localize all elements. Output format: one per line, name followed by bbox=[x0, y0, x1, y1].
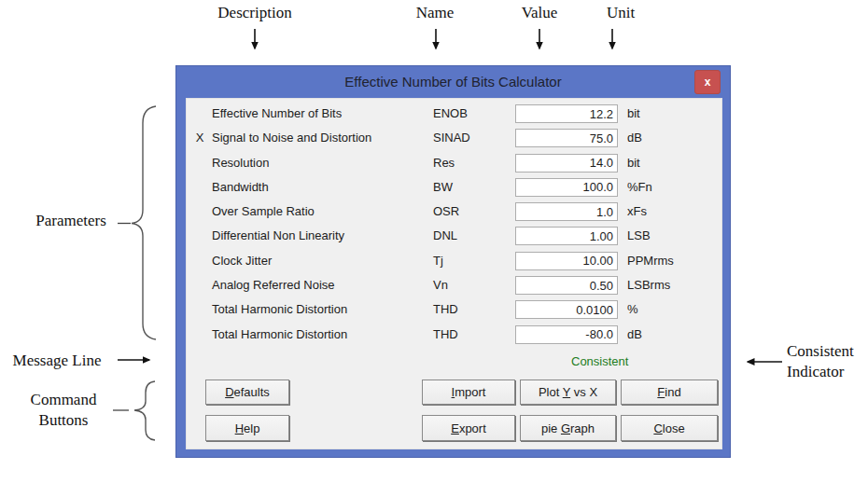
find-button[interactable]: Find bbox=[621, 380, 718, 405]
command-buttons-annotation-line1: Command bbox=[19, 390, 108, 410]
parameter-row: Effective Number of Bits ENOB bit bbox=[187, 102, 721, 126]
row-marker: X bbox=[191, 126, 208, 150]
parameter-description: Bandwidth bbox=[212, 175, 269, 200]
parameter-value-input[interactable] bbox=[515, 227, 618, 245]
command-buttons-brace bbox=[134, 381, 155, 440]
parameter-row: Differential Non Linearity DNL LSB bbox=[187, 224, 721, 248]
parameter-unit: %Fn bbox=[627, 175, 652, 200]
parameter-description: Over Sample Ratio bbox=[212, 200, 315, 224]
parameter-unit: xFs bbox=[627, 200, 647, 224]
parameter-description: Signal to Noise and Distortion bbox=[212, 126, 371, 150]
import-button[interactable]: Import bbox=[422, 380, 515, 405]
parameter-name: Res bbox=[433, 151, 455, 175]
parameter-row: Total Harmonic Distortion THD dB bbox=[187, 323, 721, 347]
parameter-value-input[interactable] bbox=[515, 202, 618, 221]
parameter-unit: LSBrms bbox=[627, 273, 670, 297]
parameter-name: OSR bbox=[433, 200, 459, 224]
command-buttons-annotation-line2: Buttons bbox=[19, 410, 108, 431]
parameter-description: Analog Referred Noise bbox=[212, 273, 335, 297]
parameter-value-input[interactable] bbox=[515, 252, 618, 270]
column-label-unit: Unit bbox=[607, 4, 635, 22]
parameter-unit: % bbox=[627, 297, 638, 322]
parameter-description: Total Harmonic Distortion bbox=[212, 323, 347, 347]
parameter-row: Clock Jitter Tj PPMrms bbox=[187, 249, 721, 273]
help-button[interactable]: Help bbox=[205, 415, 289, 441]
parameter-name: THD bbox=[433, 297, 458, 322]
parameter-unit: dB bbox=[627, 323, 642, 347]
parameter-row: Analog Referred Noise Vn LSBrms bbox=[187, 273, 721, 297]
consistent-indicator-line1: Consistent bbox=[787, 341, 854, 362]
parameter-name: Vn bbox=[433, 273, 448, 297]
consistent-indicator-line2: Indicator bbox=[787, 362, 854, 382]
parameter-row: Resolution Res bit bbox=[187, 151, 721, 175]
parameters-annotation: Parameters bbox=[26, 212, 116, 230]
defaults-button[interactable]: Defaults bbox=[205, 380, 289, 405]
dialog-title: Effective Number of Bits Calculator bbox=[176, 66, 730, 98]
consistent-status-text: Consistent bbox=[571, 354, 628, 368]
parameter-table: Effective Number of Bits ENOB bit X Sign… bbox=[187, 102, 721, 347]
parameter-row: Total Harmonic Distortion THD % bbox=[187, 297, 721, 322]
export-button[interactable]: Export bbox=[422, 415, 515, 441]
parameter-name: SINAD bbox=[433, 126, 470, 150]
parameter-description: Differential Non Linearity bbox=[212, 224, 344, 248]
parameter-name: BW bbox=[433, 175, 453, 200]
parameter-description: Clock Jitter bbox=[212, 249, 272, 273]
command-buttons-annotation: Command Buttons bbox=[19, 390, 108, 432]
close-button[interactable]: x bbox=[694, 70, 721, 94]
parameter-row: Over Sample Ratio OSR xFs bbox=[187, 200, 721, 224]
message-line-annotation: Message Line bbox=[0, 352, 114, 370]
parameter-value-input[interactable] bbox=[515, 154, 618, 172]
parameter-description: Resolution bbox=[212, 151, 269, 175]
parameter-value-input[interactable] bbox=[515, 325, 618, 344]
parameter-row: Bandwidth BW %Fn bbox=[187, 175, 721, 200]
parameter-unit: dB bbox=[627, 126, 642, 150]
parameter-value-input[interactable] bbox=[515, 300, 618, 319]
column-label-description: Description bbox=[217, 4, 291, 22]
parameter-unit: LSB bbox=[627, 224, 651, 248]
plot-y-vs-x-button[interactable]: Plot Y vs X bbox=[520, 380, 616, 405]
parameter-name: Tj bbox=[433, 249, 443, 273]
column-label-name: Name bbox=[416, 4, 455, 22]
title-bar[interactable]: Effective Number of Bits Calculator x bbox=[176, 66, 730, 98]
parameter-name: ENOB bbox=[433, 102, 468, 126]
screenshot-canvas: Description Name Value Unit Parameters M… bbox=[0, 0, 868, 483]
parameter-unit: PPMrms bbox=[627, 249, 674, 273]
parameter-description: Effective Number of Bits bbox=[212, 102, 342, 126]
parameter-value-input[interactable] bbox=[515, 129, 618, 147]
pie-graph-button[interactable]: pie Graph bbox=[520, 415, 616, 441]
parameter-description: Total Harmonic Distortion bbox=[212, 297, 347, 322]
parameter-name: DNL bbox=[433, 224, 457, 248]
consistent-indicator-annotation: Consistent Indicator bbox=[787, 341, 854, 382]
parameter-name: THD bbox=[433, 323, 458, 347]
dialog-window: Effective Number of Bits Calculator x Ef… bbox=[175, 65, 731, 458]
parameter-unit: bit bbox=[627, 102, 640, 126]
parameter-unit: bit bbox=[627, 151, 640, 175]
parameter-row: X Signal to Noise and Distortion SINAD d… bbox=[187, 126, 721, 150]
parameter-value-input[interactable] bbox=[515, 104, 618, 123]
parameters-brace bbox=[132, 106, 156, 339]
parameter-value-input[interactable] bbox=[515, 276, 618, 295]
dialog-body: Effective Number of Bits ENOB bit X Sign… bbox=[186, 98, 722, 449]
column-label-value: Value bbox=[522, 4, 558, 22]
close-dialog-button[interactable]: Close bbox=[621, 415, 718, 441]
parameter-value-input[interactable] bbox=[515, 178, 618, 197]
